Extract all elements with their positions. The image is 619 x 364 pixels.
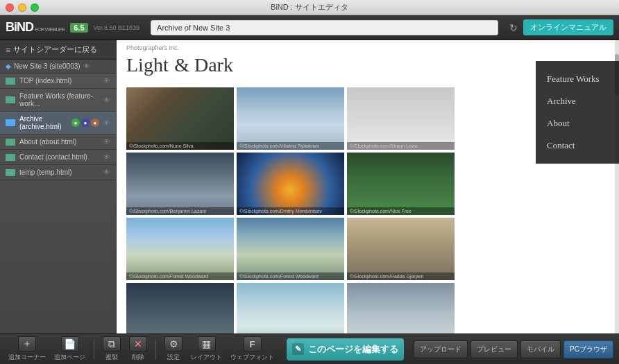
photo-cell-5[interactable]: ©iStockphoto.com/Dmitry Mordvintsev <box>237 153 344 215</box>
nav-feature-works[interactable]: Feature Works <box>536 68 619 90</box>
app-logo: BiNDFOR WEBLIFE <box>6 20 65 35</box>
bottom-toolbar: ＋ 追加コーナー 📄 追加ページ ⧉ 複製 ✕ 削除 ⚙ 設定 ▦ レイアウト … <box>0 333 619 364</box>
page-icon <box>6 78 15 85</box>
photo-caption-8: ©iStockphoto.com/Forest Woodward <box>237 272 344 280</box>
font-button[interactable]: F ウェブフォント <box>228 335 277 363</box>
sidebar-item-contact[interactable]: Contact (contact.html) 👁 <box>0 150 116 165</box>
sidebar-item-label: About (about.html) <box>19 138 99 146</box>
sidebar-item-feature[interactable]: Feature Works (feature-work... 👁 <box>0 89 116 112</box>
title-part1: Light <box>126 54 169 76</box>
eye-icon: 👁 <box>103 96 110 104</box>
photo-cell-6[interactable]: ©iStockphoto.com/Nick Free <box>347 153 455 215</box>
upload-button[interactable]: アップロード <box>414 340 468 358</box>
photo-cell-7[interactable]: ©iStockphoto.com/Forest Woodward <box>126 218 234 280</box>
preview-button[interactable]: プレビュー <box>470 340 518 358</box>
nav-about[interactable]: About <box>536 112 619 135</box>
sidebar-site-label: ◆ New Site 3 (site0003) 👁 <box>0 60 116 73</box>
sidebar-back-label: サイトシアーダーに戻る <box>13 44 97 55</box>
page-icon <box>6 169 15 176</box>
photo-cell-3[interactable]: ©iStockphoto.com/Shaun Lowe <box>347 87 455 150</box>
photo-caption-2: ©iStockphoto.com/Vitalina Rybakova <box>237 142 344 150</box>
close-button[interactable] <box>6 3 14 12</box>
mobile-button[interactable]: モバイル <box>520 340 561 358</box>
add-buttons-group: ＋ 追加コーナー 📄 追加ページ <box>6 335 88 363</box>
photo-caption-3: ©iStockphoto.com/Shaun Lowe <box>347 142 455 150</box>
delete-label: 削除 <box>132 353 144 362</box>
reload-button[interactable]: ↻ <box>509 22 518 33</box>
sidebar-item-temp[interactable]: temp (temp.html) 👁 <box>0 165 116 180</box>
copy-button[interactable]: ⧉ 複製 <box>100 335 124 363</box>
content-area: Feature Works Archive About Contact Phot… <box>117 40 619 333</box>
sidebar-item-archive[interactable]: Archive (archive.html) ● ● ● 👁 <box>0 112 116 135</box>
add-corner-icon: ＋ <box>18 336 36 352</box>
edit-page-label: このページを編集する <box>308 343 398 356</box>
version-badge: 6.5 <box>70 23 87 33</box>
layout-label: レイアウト <box>191 353 222 362</box>
add-corner-label: 追加コーナー <box>8 353 46 362</box>
title-part2: & Dark <box>174 54 233 76</box>
layout-icon: ▦ <box>198 336 216 352</box>
ctrl-orange[interactable]: ● <box>91 119 99 127</box>
edit-page-icon: ✎ <box>292 343 304 355</box>
online-manual-button[interactable]: オンラインマニュアル <box>523 19 613 35</box>
title-ampersand <box>170 60 173 75</box>
pc-browser-button[interactable]: PCブラウザ <box>563 340 613 358</box>
layout-button[interactable]: ▦ レイアウト <box>188 335 225 363</box>
photo-cell-2[interactable]: ©iStockphoto.com/Vitalina Rybakova <box>237 87 344 150</box>
sidebar-item-label: temp (temp.html) <box>19 168 99 176</box>
page-icon <box>6 119 15 126</box>
app-toolbar: BiNDFOR WEBLIFE 6.5 Ver.6.50 B11839 Arch… <box>0 15 619 40</box>
photo-cell-9[interactable]: ©iStockphoto.com/Hadda Gjarpen <box>347 218 455 280</box>
copy-label: 複製 <box>105 353 118 362</box>
design-buttons-group: ⚙ 設定 ▦ レイアウト F ウェブフォント <box>162 335 277 363</box>
photo-cell-11[interactable] <box>237 283 344 333</box>
photo-caption-6: ©iStockphoto.com/Nick Free <box>347 207 455 215</box>
ctrl-blue[interactable]: ● <box>81 119 90 127</box>
ctrl-green[interactable]: ● <box>71 119 80 127</box>
page-title-input[interactable]: Archive of New Site 3 <box>151 20 498 35</box>
sidebar-item-label: Archive (archive.html) <box>19 115 67 130</box>
edit-page-button[interactable]: ✎ このページを編集する <box>287 338 404 361</box>
right-buttons: アップロード プレビュー モバイル PCブラウザ <box>414 340 613 358</box>
photo-caption-9: ©iStockphoto.com/Hadda Gjarpen <box>347 272 455 280</box>
page-icon <box>6 154 15 161</box>
add-page-icon: 📄 <box>61 336 79 352</box>
sidebar-item-top[interactable]: TOP (index.html) 👁 <box>0 73 116 89</box>
nav-contact[interactable]: Contact <box>536 135 619 157</box>
eye-icon: 👁 <box>103 77 110 85</box>
version-detail: Ver.6.50 B11839 <box>94 24 140 31</box>
delete-button[interactable]: ✕ 削除 <box>126 335 150 363</box>
separator-2 <box>155 339 156 360</box>
photo-cell-8[interactable]: ©iStockphoto.com/Forest Woodward <box>237 218 344 280</box>
sidebar-item-about[interactable]: About (about.html) 👁 <box>0 135 116 150</box>
photo-caption-5: ©iStockphoto.com/Dmitry Mordvintsev <box>237 207 344 215</box>
photo-cell-4[interactable]: ©iStockphoto.com/Benjamin Lazare <box>126 153 234 215</box>
sidebar-header[interactable]: ≡ サイトシアーダーに戻る <box>0 40 116 60</box>
sidebar-collapse-icon: ≡ <box>6 45 10 55</box>
eye-icon: 👁 <box>103 153 110 161</box>
delete-icon: ✕ <box>129 336 147 352</box>
photo-cell-10[interactable] <box>126 283 234 333</box>
window-title: BiND : サイトエディタ <box>271 2 348 12</box>
photo-cell-12[interactable] <box>347 283 455 333</box>
photo-cell-1[interactable]: ©iStockphoto.com/Nuno Silva <box>126 87 234 150</box>
window-controls <box>6 3 39 12</box>
page-icon <box>6 139 15 146</box>
minimize-button[interactable] <box>18 3 26 12</box>
settings-button[interactable]: ⚙ 設定 <box>162 335 185 363</box>
nav-menu: Feature Works Archive About Contact <box>536 61 619 164</box>
title-bar: BiND : サイトエディタ <box>0 0 619 15</box>
eye-icon: 👁 <box>103 168 110 176</box>
edit-buttons-group: ⧉ 複製 ✕ 削除 <box>100 335 150 363</box>
item-controls: ● ● ● <box>71 119 99 127</box>
nav-archive[interactable]: Archive <box>536 90 619 112</box>
add-corner-button[interactable]: ＋ 追加コーナー <box>6 335 49 363</box>
font-icon: F <box>244 336 262 352</box>
add-page-button[interactable]: 📄 追加ページ <box>51 335 88 363</box>
company-name: Photographers Inc. <box>117 40 619 53</box>
photo-caption-7: ©iStockphoto.com/Forest Woodward <box>126 272 234 280</box>
settings-label: 設定 <box>167 353 180 362</box>
maximize-button[interactable] <box>31 3 39 12</box>
main-layout: ≡ サイトシアーダーに戻る ◆ New Site 3 (site0003) 👁 … <box>0 40 619 333</box>
eye-icon: 👁 <box>103 138 110 146</box>
